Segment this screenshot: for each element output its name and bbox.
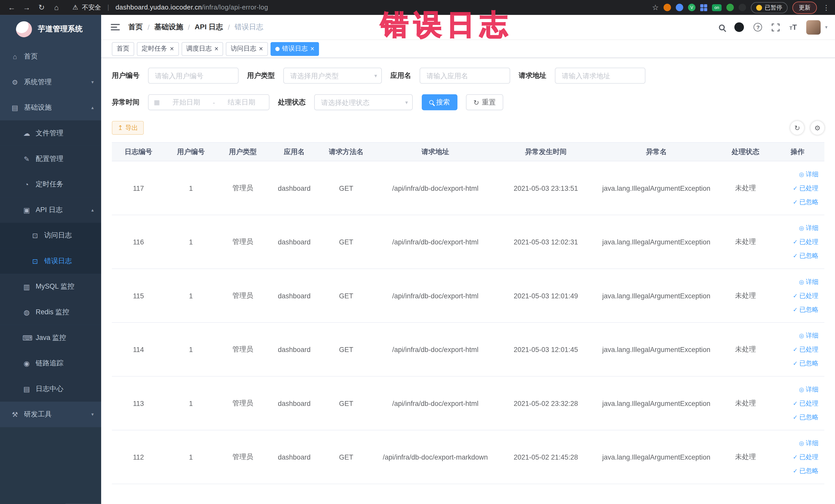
forward-icon[interactable]: →: [20, 3, 33, 12]
browser-update-button[interactable]: 更新: [792, 1, 817, 14]
action-processed[interactable]: ✓已处理: [793, 397, 819, 410]
monkey-face-icon: [756, 5, 762, 11]
column-header: 操作: [772, 143, 823, 161]
action-ignored[interactable]: ✓已忽略: [793, 195, 819, 208]
action-detail[interactable]: ◎详细: [799, 222, 819, 235]
tab-home[interactable]: 首页: [112, 42, 134, 56]
chevron-down-icon[interactable]: ▾: [825, 24, 828, 30]
tab-error-log[interactable]: 错误日志 ×: [270, 42, 319, 56]
sidebar-item-file-management[interactable]: ☁ 文件管理: [0, 120, 101, 146]
close-icon[interactable]: ×: [170, 45, 174, 52]
extension-paw-icon[interactable]: [738, 4, 746, 11]
reload-icon[interactable]: ↻: [35, 3, 48, 12]
close-icon[interactable]: ×: [259, 45, 263, 52]
sidebar-item-error-log[interactable]: ⊡ 错误日志: [0, 248, 101, 274]
export-icon: ↥: [118, 124, 123, 132]
reset-button[interactable]: ↻ 重置: [466, 94, 503, 110]
divider: |: [107, 4, 109, 11]
export-button[interactable]: ↥ 导出: [112, 121, 144, 135]
app-name-input[interactable]: [420, 67, 510, 83]
sidebar-item-scheduled-tasks[interactable]: ◔ 定时任务: [0, 172, 101, 197]
home-icon[interactable]: ⌂: [50, 3, 63, 12]
sidebar-menu: ⌂ 首页 ⚙ 系统管理 ▾ ▤ 基础设施 ▴ ☁ 文件管理 ✎ 配置管理 ◔ 定…: [0, 44, 101, 427]
action-ignored[interactable]: ✓已忽略: [793, 464, 819, 477]
action-processed[interactable]: ✓已处理: [793, 236, 819, 248]
github-icon[interactable]: [735, 22, 744, 32]
fullscreen-icon[interactable]: [772, 23, 780, 31]
process-status-select[interactable]: [314, 94, 413, 110]
action-ignored[interactable]: ✓已忽略: [793, 411, 819, 424]
action-ignored[interactable]: ✓已忽略: [793, 357, 819, 370]
cell-exception-time: 2021-05-03 12:01:49: [498, 269, 594, 322]
sidebar-item-config-management[interactable]: ✎ 配置管理: [0, 146, 101, 172]
java-icon: ⌨: [22, 334, 31, 342]
refresh-button[interactable]: ↻: [790, 121, 804, 135]
extension-leaf-icon[interactable]: [727, 4, 734, 11]
extension-orange-icon[interactable]: [664, 4, 671, 11]
extensions-grid-icon[interactable]: [700, 4, 707, 11]
check-icon: ✓: [793, 195, 798, 208]
action-detail[interactable]: ◎详细: [799, 437, 819, 449]
sidebar-item-home[interactable]: ⌂ 首页: [0, 44, 101, 69]
edit-icon: ✎: [22, 155, 31, 163]
paused-extension-badge[interactable]: 已暂停: [751, 2, 788, 13]
breadcrumb-home[interactable]: 首页: [128, 22, 143, 32]
action-detail[interactable]: ◎详细: [799, 276, 819, 288]
action-ignored[interactable]: ✓已忽略: [793, 249, 819, 262]
cell-exception-name: java.lang.IllegalArgumentException: [594, 215, 719, 268]
font-size-icon[interactable]: TT: [789, 23, 797, 31]
search-icon[interactable]: [719, 24, 725, 30]
sidebar-item-dev-tools[interactable]: ⚒ 研发工具 ▾: [0, 402, 101, 427]
sidebar-item-log-center[interactable]: ▤ 日志中心: [0, 376, 101, 402]
breadcrumb-infrastructure[interactable]: 基础设施: [154, 22, 183, 32]
error-log-table: 日志编号用户编号用户类型应用名请求方法名请求地址异常发生时间异常名处理状态操作 …: [112, 142, 824, 484]
action-detail[interactable]: ◎详细: [799, 168, 819, 181]
close-icon[interactable]: ×: [310, 45, 314, 52]
tab-scheduled-tasks[interactable]: 定时任务 ×: [137, 42, 179, 56]
cell-log-id: 113: [112, 377, 165, 430]
hamburger-icon[interactable]: [111, 24, 120, 30]
sidebar-item-api-logs[interactable]: ▣ API 日志 ▴: [0, 197, 101, 223]
help-icon[interactable]: ?: [754, 23, 762, 31]
action-ignored[interactable]: ✓已忽略: [793, 303, 819, 316]
back-icon[interactable]: ←: [5, 3, 18, 12]
user-id-input[interactable]: [148, 67, 239, 83]
close-icon[interactable]: ×: [214, 45, 219, 52]
user-avatar[interactable]: [807, 20, 821, 35]
browser-menu-icon[interactable]: ⋮: [823, 3, 830, 11]
cell-user-type: 管理员: [217, 323, 269, 376]
action-processed[interactable]: ✓已处理: [793, 343, 819, 356]
action-processed[interactable]: ✓已处理: [793, 182, 819, 194]
action-processed[interactable]: ✓已处理: [793, 289, 819, 302]
search-button[interactable]: 搜索: [422, 94, 457, 110]
action-detail[interactable]: ◎详细: [799, 329, 819, 342]
sidebar-item-mysql-monitor[interactable]: ▥ MySQL 监控: [0, 274, 101, 299]
extension-on-icon[interactable]: on: [712, 4, 721, 11]
sidebar-item-java-monitor[interactable]: ⌨ Java 监控: [0, 325, 101, 351]
tab-schedule-log[interactable]: 调度日志 ×: [182, 42, 223, 56]
extension-green-v-icon[interactable]: V: [688, 4, 695, 11]
app-logo[interactable]: 芋道管理系统: [0, 15, 101, 44]
extension-blue-icon[interactable]: [676, 4, 683, 11]
column-settings-button[interactable]: ⚙: [811, 121, 824, 135]
tab-access-log[interactable]: 访问日志 ×: [226, 42, 268, 56]
user-type-select[interactable]: [283, 67, 382, 83]
breadcrumb-api-logs[interactable]: API 日志: [195, 22, 223, 32]
sidebar-item-infrastructure[interactable]: ▤ 基础设施 ▴: [0, 95, 101, 120]
security-label[interactable]: 不安全: [82, 3, 101, 12]
refresh-icon: ↻: [473, 98, 479, 106]
bookmark-star-icon[interactable]: ☆: [652, 3, 659, 12]
cell-log-id: 116: [112, 215, 165, 268]
action-processed[interactable]: ✓已处理: [793, 450, 819, 463]
date-range-picker[interactable]: ▦ 开始日期 - 结束日期: [148, 94, 269, 110]
address-bar[interactable]: dashboard.yudao.iocoder.cn/infra/log/api…: [116, 4, 268, 11]
sidebar-item-redis-monitor[interactable]: ◍ Redis 监控: [0, 299, 101, 325]
sidebar-item-system-management[interactable]: ⚙ 系统管理 ▾: [0, 69, 101, 95]
search-icon: [429, 100, 433, 104]
action-detail[interactable]: ◎详细: [799, 383, 819, 396]
sidebar-item-access-log[interactable]: ⊡ 访问日志: [0, 223, 101, 248]
sidebar-item-tracing[interactable]: ◉ 链路追踪: [0, 350, 101, 376]
breadcrumb: 首页/基础设施/API 日志/错误日志: [128, 22, 263, 32]
cloud-icon: ☁: [22, 129, 31, 137]
request-url-input[interactable]: [555, 67, 646, 83]
